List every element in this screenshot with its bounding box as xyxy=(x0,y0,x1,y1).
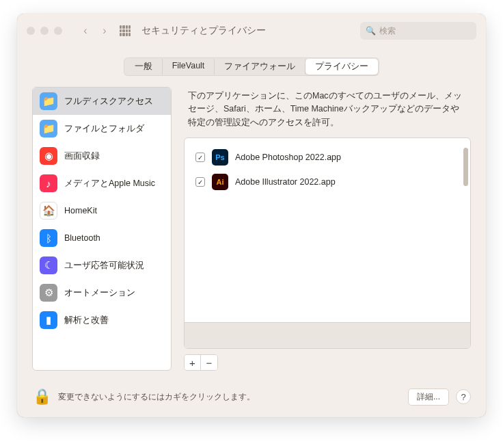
app-list: ✓PsAdobe Photoshop 2022.app✓AiAdobe Illu… xyxy=(184,137,471,349)
search-icon: 🔍 xyxy=(366,26,376,36)
sidebar-item-1[interactable]: 📁ファイルとフォルダ xyxy=(33,115,171,142)
app-checkbox[interactable]: ✓ xyxy=(195,153,205,162)
app-name: Adobe Illustrator 2022.app xyxy=(235,177,336,187)
sidebar-item-label: 解析と改善 xyxy=(64,315,109,326)
sidebar-item-0[interactable]: 📁フルディスクアクセス xyxy=(33,88,171,115)
sidebar-item-label: HomeKit xyxy=(64,206,97,215)
search-placeholder: 検索 xyxy=(379,25,396,37)
app-checkbox[interactable]: ✓ xyxy=(195,177,205,187)
app-name: Adobe Photoshop 2022.app xyxy=(235,153,341,162)
app-icon: Ps xyxy=(212,149,228,166)
sidebar-item-label: ファイルとフォルダ xyxy=(64,123,144,135)
permission-description: 下のアプリケーションに、このMacのすべてのユーザのメール、メッセージ、Safa… xyxy=(184,87,471,137)
sidebar-icon: ᛒ xyxy=(40,229,57,247)
sidebar-item-label: 画面収録 xyxy=(64,150,100,162)
tab-2[interactable]: ファイアウォール xyxy=(215,59,305,75)
show-all-icon[interactable] xyxy=(120,25,131,36)
tab-3[interactable]: プライバシー xyxy=(305,59,378,75)
sidebar-item-5[interactable]: ᛒBluetooth xyxy=(33,224,171,252)
tab-0[interactable]: 一般 xyxy=(125,59,163,75)
sidebar-icon: ▮ xyxy=(40,311,57,329)
traffic-lights xyxy=(27,27,62,35)
tab-bar: 一般FileVaultファイアウォールプライバシー xyxy=(17,48,486,87)
app-icon: Ai xyxy=(212,174,228,190)
sidebar-icon: ♪ xyxy=(40,174,57,192)
remove-button[interactable]: − xyxy=(201,355,217,370)
sidebar-icon: 📁 xyxy=(40,120,57,137)
sidebar-item-label: メディアとApple Music xyxy=(64,178,155,189)
toolbar: ‹ › セキュリティとプライバシー 🔍 検索 xyxy=(17,14,486,48)
sidebar-icon: 🏠 xyxy=(40,202,57,220)
app-row[interactable]: ✓AiAdobe Illustrator 2022.app xyxy=(185,170,470,194)
sidebar-item-2[interactable]: ◉画面収録 xyxy=(33,142,171,170)
tab-1[interactable]: FileVault xyxy=(163,59,215,75)
sidebar-item-label: フルディスクアクセス xyxy=(64,96,153,107)
footer: 🔒 変更できないようにするにはカギをクリックします。 詳細... ? xyxy=(17,380,486,417)
preferences-window: ‹ › セキュリティとプライバシー 🔍 検索 一般FileVaultファイアウォ… xyxy=(17,14,486,417)
sidebar-list[interactable]: 📁フルディスクアクセス📁ファイルとフォルダ◉画面収録♪メディアとApple Mu… xyxy=(33,88,171,370)
sidebar-item-label: Bluetooth xyxy=(64,233,100,243)
app-row[interactable]: ✓PsAdobe Photoshop 2022.app xyxy=(185,145,470,170)
sidebar-icon: 📁 xyxy=(40,92,57,110)
back-button[interactable]: ‹ xyxy=(79,24,92,38)
sidebar-item-4[interactable]: 🏠HomeKit xyxy=(33,197,171,224)
forward-button[interactable]: › xyxy=(98,24,111,38)
scrollbar-thumb[interactable] xyxy=(463,148,468,186)
sidebar-item-label: ユーザ応答可能状況 xyxy=(64,260,144,272)
sidebar-item-3[interactable]: ♪メディアとApple Music xyxy=(33,170,171,197)
details-button[interactable]: 詳細... xyxy=(408,388,449,406)
lock-icon[interactable]: 🔒 xyxy=(32,387,51,406)
close-window-icon[interactable] xyxy=(27,27,35,35)
sidebar-item-7[interactable]: ⚙オートメーション xyxy=(33,279,171,306)
sidebar-icon: ⚙ xyxy=(40,284,57,302)
sidebar-item-label: オートメーション xyxy=(64,287,135,299)
search-input[interactable]: 🔍 検索 xyxy=(360,22,476,40)
lock-hint-text: 変更できないようにするにはカギをクリックします。 xyxy=(58,391,255,403)
sidebar-item-6[interactable]: ☾ユーザ応答可能状況 xyxy=(33,252,171,279)
privacy-sidebar: 📁フルディスクアクセス📁ファイルとフォルダ◉画面収録♪メディアとApple Mu… xyxy=(32,87,172,371)
zoom-window-icon[interactable] xyxy=(54,27,62,35)
window-title: セキュリティとプライバシー xyxy=(141,25,266,37)
sidebar-icon: ◉ xyxy=(40,147,57,165)
sidebar-icon: ☾ xyxy=(40,256,57,274)
sidebar-item-8[interactable]: ▮解析と改善 xyxy=(33,306,171,334)
minimize-window-icon[interactable] xyxy=(40,27,49,35)
app-list-footer xyxy=(185,322,470,348)
help-button[interactable]: ? xyxy=(456,389,471,404)
add-remove-buttons: + − xyxy=(184,354,218,371)
add-button[interactable]: + xyxy=(185,355,201,370)
